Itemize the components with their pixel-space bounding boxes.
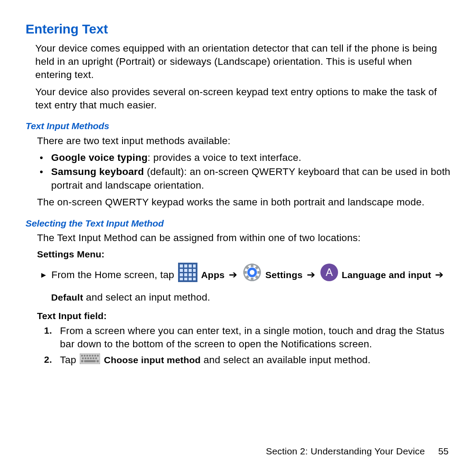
svg-rect-15 — [189, 278, 192, 280]
settings-gear-icon — [242, 263, 262, 289]
text-input-steps: From a screen where you can enter text, … — [26, 324, 450, 368]
method-name: Google voice typing — [51, 152, 148, 163]
step-1: From a screen where you can enter text, … — [60, 324, 450, 351]
svg-rect-39 — [82, 357, 84, 359]
step-2: Tap Choose input method and select an av… — [60, 353, 450, 368]
svg-rect-46 — [84, 360, 96, 362]
svg-rect-40 — [85, 357, 86, 359]
arrow-icon: ➔ — [307, 269, 315, 280]
apps-grid-icon — [178, 263, 197, 289]
method-samsung-keyboard: Samsung keyboard (default): an on-screen… — [51, 165, 450, 192]
methods-lead: There are two text input methods availab… — [26, 134, 450, 148]
text-input-field-label: Text Input field: — [37, 310, 450, 322]
step-text: From the Home screen, tap — [51, 269, 177, 280]
language-and-input-label: Language and input — [342, 270, 434, 280]
settings-path-step: ► From the Home screen, tap Apps ➔ — [51, 263, 450, 308]
svg-rect-7 — [189, 269, 192, 272]
language-a-icon: A — [320, 264, 338, 288]
svg-rect-37 — [94, 355, 96, 357]
footer-section-label: Section 2: Understanding Your Device — [266, 446, 425, 456]
svg-rect-42 — [90, 357, 92, 359]
input-methods-list: Google voice typing: provides a voice to… — [26, 151, 450, 192]
page-footer: Section 2: Understanding Your Device 55 — [266, 445, 449, 457]
svg-rect-45 — [81, 360, 83, 362]
intro-paragraph-2: Your device also provides several on-scr… — [26, 86, 450, 112]
svg-rect-12 — [193, 273, 196, 276]
settings-menu-label: Settings Menu: — [37, 248, 450, 260]
choose-input-method-label: Choose input method — [104, 355, 201, 365]
methods-note: The on-screen QWERTY keypad works the sa… — [26, 196, 450, 209]
svg-point-28 — [249, 270, 254, 275]
manual-page: Entering Text Your device comes equipped… — [0, 0, 476, 476]
select-lead: The Text Input Method can be assigned fr… — [26, 231, 450, 245]
subheading-text-input-methods: Text Input Methods — [26, 120, 450, 132]
svg-rect-44 — [95, 357, 97, 359]
step2-suffix: and select an available input method. — [201, 354, 370, 365]
settings-label: Settings — [265, 270, 302, 280]
method-google-voice: Google voice typing: provides a voice to… — [51, 151, 450, 164]
apps-label: Apps — [201, 270, 224, 280]
svg-rect-32 — [81, 355, 83, 357]
keyboard-icon — [80, 353, 100, 368]
svg-rect-21 — [243, 271, 247, 274]
svg-rect-20 — [251, 278, 253, 281]
svg-rect-6 — [184, 269, 187, 272]
svg-rect-19 — [251, 264, 253, 267]
method-name: Samsung keyboard — [51, 166, 144, 177]
svg-rect-33 — [84, 355, 86, 357]
svg-rect-3 — [189, 264, 192, 268]
svg-rect-4 — [193, 264, 196, 268]
svg-text:A: A — [326, 266, 333, 278]
svg-rect-14 — [184, 278, 187, 280]
page-number: 55 — [438, 446, 449, 456]
method-desc: : provides a voice to text interface. — [148, 152, 301, 163]
play-bullet-icon: ► — [40, 268, 48, 283]
svg-rect-10 — [184, 273, 187, 276]
subheading-selecting-method: Selecting the Text Input Method — [26, 217, 450, 230]
svg-rect-38 — [97, 355, 99, 357]
svg-rect-47 — [97, 360, 99, 362]
svg-rect-5 — [180, 269, 183, 272]
svg-rect-36 — [92, 355, 93, 357]
svg-rect-34 — [86, 355, 88, 357]
default-label: Default — [51, 292, 83, 302]
svg-rect-9 — [180, 273, 183, 276]
svg-rect-43 — [93, 357, 94, 359]
svg-rect-41 — [87, 357, 89, 359]
svg-rect-22 — [257, 271, 261, 274]
svg-rect-16 — [193, 278, 196, 280]
heading-entering-text: Entering Text — [26, 20, 450, 38]
intro-paragraph-1: Your device comes equipped with an orien… — [26, 42, 450, 82]
svg-rect-13 — [180, 278, 183, 280]
svg-rect-8 — [193, 269, 196, 272]
svg-rect-1 — [180, 264, 183, 268]
svg-rect-35 — [89, 355, 91, 357]
step2-prefix: Tap — [60, 354, 79, 365]
arrow-icon: ➔ — [229, 269, 237, 280]
svg-rect-11 — [189, 273, 192, 276]
tail-text: and select an input method. — [83, 292, 210, 303]
arrow-icon: ➔ — [435, 269, 443, 280]
svg-rect-2 — [184, 264, 187, 268]
